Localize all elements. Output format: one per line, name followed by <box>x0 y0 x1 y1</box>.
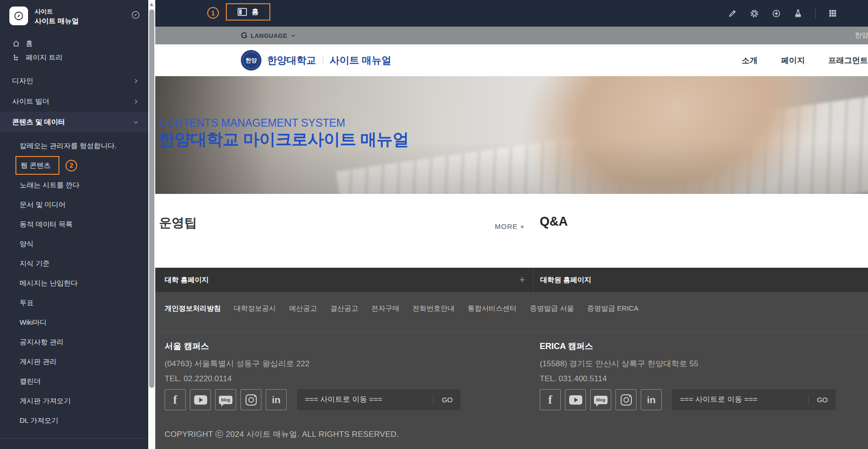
instagram-icon[interactable] <box>615 389 637 410</box>
experiments-flask-icon[interactable] <box>794 9 803 18</box>
hero-banner: CONTENTS MANAGEMENT SYSTEM 한양대학교 마이크로사이트… <box>155 76 868 194</box>
page-icon <box>238 8 247 16</box>
linkedin-icon[interactable]: in <box>641 389 662 410</box>
facebook-icon[interactable]: f <box>540 389 561 410</box>
footer-link[interactable]: 결산공고 <box>330 304 358 313</box>
sidebar-section-site-builder[interactable]: 사이트 빌더 <box>0 91 148 112</box>
sidebar-subitem[interactable]: DL 가져오기 <box>0 411 148 430</box>
footer: 개인정보처리방침 대학정보공시 예산공고 결산공고 전자구매 전화번호안내 통합… <box>155 292 868 449</box>
sidebar-subitem[interactable]: 칼레오는 관리자를 형성합니다. <box>0 136 148 156</box>
content-section: 운영팁 MORE + Q&A <box>155 194 868 268</box>
blog-icon[interactable]: blog <box>590 389 611 410</box>
subitem-label: 노래는 시트를 깐다 <box>20 181 80 190</box>
apps-grid-icon[interactable] <box>828 9 837 18</box>
page-tab-label: 홈 <box>252 7 259 16</box>
facebook-icon[interactable]: f <box>165 389 186 410</box>
sidebar-item-page-tree[interactable]: 페이지 트리 <box>0 50 148 64</box>
annotation-step-1-badge: 1 <box>207 7 219 19</box>
youtube-icon[interactable] <box>190 389 211 410</box>
footer-link[interactable]: 전자구매 <box>371 304 399 313</box>
settings-gear-icon[interactable] <box>750 9 759 18</box>
sidebar-section-cropped: 분류 <box>0 438 148 449</box>
footer-accordion-bar: 대학 홈페이지 + 대학원 홈페이지 <box>155 268 868 292</box>
sidebar-subitem[interactable]: Wiki마디 <box>0 313 148 332</box>
subitem-label: 투표 <box>20 299 34 307</box>
sidebar-subitem[interactable]: 게시판 가져오기 <box>0 391 148 411</box>
youtube-icon[interactable] <box>565 389 586 410</box>
brand-name[interactable]: 한양대학교 <box>267 54 316 67</box>
nav-item-fragments[interactable]: 프래그먼트 <box>828 55 868 66</box>
sidebar-item-home[interactable]: 홈 <box>0 36 148 50</box>
sidebar-section-content-data[interactable]: 콘텐츠 및 데이터 <box>0 112 148 132</box>
sidebar-section-design[interactable]: 디자인 <box>0 71 148 91</box>
sidebar-header: 사이트 사이트 매뉴얼 <box>0 0 148 33</box>
site-select-placeholder: === 사이트로 이동 === <box>305 395 382 405</box>
plus-icon[interactable]: + <box>519 268 525 292</box>
sidebar-subitem[interactable]: 동적 데이터 목록 <box>0 214 148 234</box>
subitem-label: 메시지는 난입한다 <box>20 279 78 288</box>
sidebar-subitem[interactable]: 공지사항 관리 <box>0 332 148 352</box>
campus-name: ERICA 캠퍼스 <box>540 341 839 352</box>
instagram-glyph <box>246 394 257 406</box>
sidebar-subitem[interactable]: 문서 및 미디어 <box>0 195 148 214</box>
brand-divider <box>323 56 323 64</box>
site-move-select-erica[interactable]: === 사이트로 이동 === GO <box>672 389 836 410</box>
go-button[interactable]: GO <box>433 394 453 406</box>
footer-link[interactable]: 대학정보공시 <box>234 304 276 313</box>
edit-pencil-icon[interactable] <box>728 9 737 18</box>
site-name: 사이트 매뉴얼 <box>330 54 391 67</box>
more-link[interactable]: MORE + <box>495 222 525 230</box>
control-menu-bar: 1 홈 <box>155 0 868 27</box>
annotation-highlight-box: 웹 콘텐츠 <box>15 156 59 175</box>
footer-link[interactable]: 전화번호안내 <box>412 304 455 313</box>
nav-item-pages[interactable]: 페이지 <box>781 55 805 66</box>
linkedin-icon[interactable]: in <box>266 389 287 410</box>
instagram-icon[interactable] <box>240 389 261 410</box>
footer-link[interactable]: 증명발급 서울 <box>530 304 574 313</box>
subitem-label: 칼레오는 관리자를 형성합니다. <box>20 142 117 150</box>
language-selector[interactable]: G LANGUAGE <box>241 31 296 41</box>
instagram-glyph <box>621 394 632 406</box>
page-tab-home[interactable]: 홈 <box>226 3 270 21</box>
scrollbar-up-arrow[interactable] <box>150 3 153 6</box>
footer-link[interactable]: 예산공고 <box>289 304 317 313</box>
campus-tel: TEL. 031.400.5114 <box>540 374 839 384</box>
site-move-select-seoul[interactable]: === 사이트로 이동 === GO <box>297 389 461 410</box>
university-seal-logo[interactable]: 한양 <box>241 50 261 71</box>
footer-link-privacy[interactable]: 개인정보처리방침 <box>165 304 221 313</box>
go-button[interactable]: GO <box>808 394 828 406</box>
simulation-target-icon[interactable] <box>772 9 781 18</box>
nav-item-about[interactable]: 소개 <box>742 55 758 66</box>
campus-address: (04763) 서울특별시 성동구 왕십리로 222 <box>165 358 464 369</box>
sidebar-item-label: 홈 <box>26 39 33 48</box>
subitem-label: 게시판 가져오기 <box>20 397 71 406</box>
sidebar-section-categorization[interactable]: 분류 <box>0 443 148 449</box>
footer-link[interactable]: 통합서비스센터 <box>468 304 517 313</box>
scrollbar-thumb[interactable] <box>149 9 154 388</box>
blog-icon[interactable]: blog <box>215 389 236 410</box>
sidebar-subitem[interactable]: 노래는 시트를 깐다 <box>0 175 148 195</box>
social-row-seoul: f blog in === 사이트로 이동 === GO <box>165 389 461 410</box>
home-icon <box>12 40 20 48</box>
social-row-erica: f blog in === 사이트로 이동 === GO <box>540 389 836 410</box>
section-heading-tips: 운영팁 <box>159 214 197 231</box>
footer-bar-divider <box>533 268 534 292</box>
site-logo-icon[interactable] <box>9 7 28 25</box>
sidebar-subitem[interactable]: 지식 기준 <box>0 254 148 273</box>
campus-erica: ERICA 캠퍼스 (15588) 경기도 안산시 상록구 한양대학로 55 T… <box>540 341 839 384</box>
vertical-scrollbar[interactable] <box>148 0 155 449</box>
sidebar-subitem[interactable]: 투표 <box>0 293 148 313</box>
sidebar-subitem[interactable]: 메시지는 난입한다 <box>0 273 148 293</box>
sidebar-subitem-web-content[interactable]: 웹 콘텐츠 2 <box>0 156 148 175</box>
footer-tab-graduate[interactable]: 대학원 홈페이지 <box>540 276 591 285</box>
chevron-down-icon <box>290 33 296 38</box>
linkedin-glyph: in <box>647 394 656 406</box>
sidebar-sections: 디자인 사이트 빌더 콘텐츠 및 데이터 <box>0 71 148 132</box>
site-select-placeholder: === 사이트로 이동 === <box>680 395 757 405</box>
sidebar-subitem[interactable]: 캘린더 <box>0 371 148 391</box>
footer-tab-university[interactable]: 대학 홈페이지 <box>155 276 209 285</box>
footer-link[interactable]: 증명발급 ERICA <box>587 304 638 313</box>
compass-icon[interactable] <box>131 10 140 21</box>
sidebar-subitem[interactable]: 게시판 관리 <box>0 352 148 371</box>
sidebar-subitem[interactable]: 양식 <box>0 234 148 254</box>
